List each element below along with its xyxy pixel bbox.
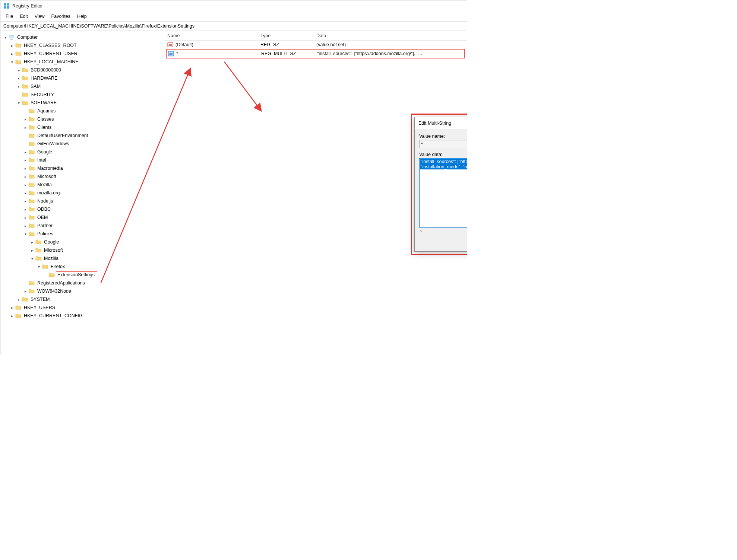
highlighted-value-row-wrap: ab * REG_MULTI_SZ "install_sources": ["h… (166, 49, 465, 58)
svg-rect-7 (10, 39, 13, 39)
chevron-down-icon[interactable]: ▾ (29, 257, 35, 261)
tree-node-oem[interactable]: ▸OEM (23, 213, 162, 222)
folder-icon (29, 141, 35, 147)
tree-node-policies-google[interactable]: ▸Google (29, 238, 162, 246)
chevron-right-icon[interactable]: ▸ (23, 175, 28, 179)
tree-node-mozilla[interactable]: ▸Mozilla (23, 181, 162, 189)
horizontal-scrollbar[interactable]: <> (419, 228, 467, 233)
tree-pane[interactable]: ▾ Computer ▸HKEY_CLASSES_ROOT ▸HKEY_CURR… (0, 31, 164, 355)
menu-edit[interactable]: Edit (17, 13, 31, 20)
chevron-right-icon[interactable]: ▸ (9, 306, 15, 310)
tree-node-policies-mozilla[interactable]: ▾Mozilla (29, 254, 162, 262)
chevron-down-icon[interactable]: ▾ (9, 60, 15, 64)
tree-label: Classes (36, 116, 55, 122)
tree-node-due[interactable]: ▸DefaultUserEnvironment (23, 131, 162, 140)
chevron-down-icon[interactable]: ▾ (16, 101, 21, 105)
tree-node-computer[interactable]: ▾ Computer (3, 33, 162, 41)
folder-icon (29, 214, 35, 220)
tree-node-wow64[interactable]: ▸WOW6432Node (23, 287, 162, 295)
tree-label: Intel (36, 157, 47, 163)
menu-favorites[interactable]: Favorites (48, 13, 73, 20)
value-row-star[interactable]: ab * REG_MULTI_SZ "install_sources": ["h… (167, 50, 464, 58)
chevron-right-icon[interactable]: ▸ (23, 216, 28, 220)
chevron-down-icon[interactable]: ▾ (36, 265, 41, 269)
tree-node-git[interactable]: ▸GitForWindows (23, 140, 162, 148)
menu-view[interactable]: View (32, 13, 48, 20)
value-name-input[interactable] (419, 140, 467, 148)
tree-node-policies[interactable]: ▾Policies (23, 230, 162, 238)
folder-icon (29, 223, 35, 229)
chevron-right-icon[interactable]: ▸ (23, 224, 28, 228)
tree-node-nodejs[interactable]: ▸Node.js (23, 197, 162, 205)
tree-node-hklm[interactable]: ▾HKEY_LOCAL_MACHINE (9, 58, 162, 66)
address-path[interactable]: Computer\HKEY_LOCAL_MACHINE\SOFTWARE\Pol… (3, 23, 464, 29)
tree-node-policies-microsoft[interactable]: ▸Microsoft (29, 246, 162, 254)
chevron-right-icon[interactable]: ▸ (23, 158, 28, 162)
value-row-default[interactable]: ab (Default) REG_SZ (value not set) (164, 41, 467, 49)
tree-node-extensionsettings[interactable]: ▸ExtensionSettings (43, 271, 162, 279)
svg-text:ab: ab (168, 43, 172, 47)
tree-label: Aquarius (36, 108, 57, 114)
chevron-right-icon[interactable]: ▸ (16, 76, 21, 80)
chevron-down-icon[interactable]: ▾ (3, 35, 8, 39)
chevron-right-icon[interactable]: ▸ (9, 44, 15, 48)
tree-node-system[interactable]: ▸SYSTEM (16, 295, 162, 303)
chevron-right-icon[interactable]: ▸ (16, 68, 21, 72)
tree-node-aquarius[interactable]: ▸Aquarius (23, 107, 162, 115)
tree-node-sam[interactable]: ▸SAM (16, 82, 162, 90)
chevron-right-icon[interactable]: ▸ (23, 207, 28, 211)
tree-label: OEM (36, 214, 49, 220)
chevron-right-icon[interactable]: ▸ (23, 166, 28, 171)
tree-node-partner[interactable]: ▸Partner (23, 222, 162, 230)
chevron-right-icon[interactable]: ▸ (23, 125, 28, 130)
tree-node-macromedia[interactable]: ▸Macromedia (23, 164, 162, 172)
tree-node-hardware[interactable]: ▸HARDWARE (16, 74, 162, 82)
chevron-right-icon[interactable]: ▸ (23, 183, 28, 187)
tree-node-hku[interactable]: ▸HKEY_USERS (9, 303, 162, 312)
dialog-titlebar[interactable]: Edit Multi-String (415, 117, 467, 129)
tree-node-hkcr[interactable]: ▸HKEY_CLASSES_ROOT (9, 41, 162, 50)
chevron-down-icon[interactable]: ▾ (23, 232, 28, 236)
tree-node-microsoft[interactable]: ▸Microsoft (23, 172, 162, 181)
values-pane[interactable]: Name Type Data ab (Default) REG_SZ (valu… (164, 31, 467, 355)
menu-help[interactable]: Help (74, 13, 90, 20)
folder-icon (29, 165, 35, 171)
column-name[interactable]: Name (167, 33, 260, 38)
tree-node-google[interactable]: ▸Google (23, 148, 162, 156)
chevron-right-icon[interactable]: ▸ (23, 191, 28, 195)
addressbar[interactable]: Computer\HKEY_LOCAL_MACHINE\SOFTWARE\Pol… (0, 21, 467, 31)
folder-icon (35, 247, 41, 253)
tree-node-intel[interactable]: ▸Intel (23, 156, 162, 164)
chevron-right-icon[interactable]: ▸ (23, 199, 28, 203)
tree-node-firefox[interactable]: ▾Firefox (36, 262, 162, 271)
tree-node-bcd[interactable]: ▸BCD00000000 (16, 66, 162, 74)
value-data-textarea[interactable]: "install_sources": ["https://addons.mozi… (419, 158, 467, 228)
tree-node-clients[interactable]: ▸Clients (23, 123, 162, 131)
tree-node-software[interactable]: ▾SOFTWARE (16, 99, 162, 107)
dialog-buttons: OK Cancel (419, 238, 467, 247)
chevron-right-icon[interactable]: ▸ (9, 314, 15, 318)
chevron-right-icon[interactable]: ▸ (29, 240, 35, 244)
menu-file[interactable]: File (3, 13, 16, 20)
column-type[interactable]: Type (260, 33, 316, 38)
tree-node-regapps[interactable]: ▸RegisteredApplications (23, 279, 162, 287)
chevron-right-icon[interactable]: ▸ (23, 117, 28, 121)
tree-label: DefaultUserEnvironment (36, 133, 89, 139)
chevron-right-icon[interactable]: ▸ (16, 85, 21, 89)
chevron-right-icon[interactable]: ▸ (16, 298, 21, 302)
tree-node-hkcu[interactable]: ▸HKEY_CURRENT_USER (9, 50, 162, 58)
chevron-right-icon[interactable]: ▸ (29, 248, 35, 252)
column-data[interactable]: Data (316, 33, 464, 38)
tree-node-security[interactable]: ▸SECURITY (16, 90, 162, 99)
chevron-right-icon[interactable]: ▸ (9, 52, 15, 56)
tree-node-hkcc[interactable]: ▸HKEY_CURRENT_CONFIG (9, 312, 162, 320)
folder-icon (29, 116, 35, 122)
chevron-right-icon[interactable]: ▸ (23, 289, 28, 293)
tree-node-mozorg[interactable]: ▸mozilla.org (23, 189, 162, 197)
tree-node-odbc[interactable]: ▸ODBC (23, 205, 162, 213)
chevron-right-icon[interactable]: ▸ (23, 150, 28, 154)
tree-label: SOFTWARE (29, 100, 58, 106)
tree-label: Mozilla (43, 255, 60, 261)
tree-label: BCD00000000 (29, 67, 62, 73)
tree-node-classes[interactable]: ▸Classes (23, 115, 162, 123)
